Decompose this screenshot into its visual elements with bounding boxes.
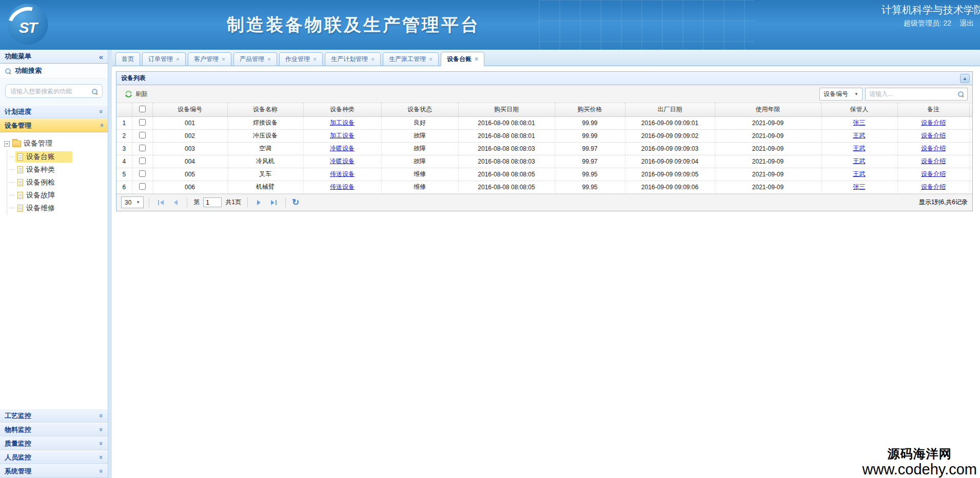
accordion-section[interactable]: 工艺监控» (0, 409, 108, 423)
row-checkbox[interactable] (139, 170, 146, 177)
keeper-link[interactable]: 王武 (853, 145, 866, 152)
tab-close-icon[interactable]: × (475, 55, 478, 63)
remark-link[interactable]: 设备介绍 (921, 119, 946, 126)
next-page-button[interactable] (253, 196, 265, 208)
remark-link[interactable]: 设备介绍 (921, 183, 946, 190)
type-link[interactable]: 冷暖设备 (330, 157, 355, 165)
panel-collapse-button[interactable]: ▲ (960, 74, 970, 83)
row-checkbox[interactable] (139, 157, 146, 164)
search-icon[interactable] (957, 91, 964, 97)
sidebar-collapse-icon[interactable]: « (99, 52, 103, 61)
tab-close-icon[interactable]: × (313, 56, 317, 63)
cell-factory-date: 2016-09-09 09:09:06 (625, 181, 715, 193)
tab-close-icon[interactable]: × (176, 56, 180, 63)
row-checkbox[interactable] (139, 145, 146, 151)
tree-item-label: 设备台账 (26, 152, 55, 162)
accordion-section[interactable]: 质量监控» (0, 436, 108, 450)
search-field-select[interactable]: 设备编号 ▼ (819, 88, 863, 101)
select-all-checkbox[interactable] (139, 106, 146, 112)
row-checkbox[interactable] (139, 132, 146, 138)
tab-item-4[interactable]: 作业管理× (279, 52, 323, 66)
tab-item-2[interactable]: 客户管理× (188, 52, 231, 66)
page-size-select[interactable]: 30 ▼ (121, 196, 144, 208)
sidebar-splitter[interactable] (108, 50, 112, 478)
accordion-section[interactable]: 系统管理» (0, 464, 108, 478)
pager-refresh-button[interactable]: ↻ (292, 197, 299, 208)
tree-connector (9, 208, 14, 208)
tab-close-icon[interactable]: × (371, 56, 375, 63)
table-row[interactable]: 2002冲压设备加工设备故障2016-08-08 08:08:0199.9920… (116, 129, 972, 142)
main-panel: 首页订单管理×客户管理×产品管理×作业管理×生产计划管理×生产派工管理×设备台账… (112, 50, 980, 478)
accordion-section[interactable]: 人员监控» (0, 450, 108, 464)
cell-remark: 设备介绍 (897, 116, 969, 129)
remark-link[interactable]: 设备介绍 (921, 157, 946, 165)
refresh-button[interactable]: 刷新 (121, 88, 151, 101)
table-row[interactable]: 6006机械臂传送设备维修2016-08-08 08:08:0599.95201… (116, 181, 972, 193)
type-link[interactable]: 加工设备 (330, 132, 355, 139)
tab-item-7[interactable]: 设备台账× (441, 52, 484, 66)
page-number-input[interactable] (203, 197, 222, 207)
logout-link[interactable]: 退出 (959, 19, 974, 27)
tree-item-highlight: 设备种类 (15, 164, 57, 175)
type-link[interactable]: 冷暖设备 (330, 145, 355, 152)
type-link[interactable]: 传送设备 (330, 183, 355, 190)
remark-link[interactable]: 设备介绍 (921, 132, 946, 139)
table-row[interactable]: 5005叉车传送设备维修2016-08-08 08:08:0599.952016… (116, 168, 972, 181)
tree-expander-icon[interactable] (4, 141, 10, 147)
double-chevron-down-icon: » (98, 455, 105, 459)
row-number-cell: 2 (116, 129, 132, 142)
function-search-input[interactable] (5, 84, 103, 98)
type-link[interactable]: 加工设备 (330, 119, 355, 126)
table-body: 1001焊接设备加工设备良好2016-08-09 08:08:0199.9920… (116, 116, 972, 193)
file-icon (17, 205, 23, 212)
tab-item-1[interactable]: 订单管理× (142, 52, 186, 66)
cell-factory-date: 2016-09-09 09:09:01 (625, 116, 715, 129)
first-page-button[interactable] (154, 196, 167, 208)
keeper-link[interactable]: 张三 (853, 119, 866, 126)
keeper-link[interactable]: 张三 (853, 183, 866, 190)
type-link[interactable]: 传送设备 (330, 170, 355, 177)
select-all-header (132, 103, 152, 116)
table-row[interactable]: 3003空调冷暖设备故障2016-08-08 08:08:0399.972016… (116, 142, 972, 155)
accordion-section[interactable]: 设备管理» (0, 118, 108, 132)
tab-item-5[interactable]: 生产计划管理× (325, 52, 381, 66)
last-page-button[interactable] (268, 196, 280, 208)
keeper-link[interactable]: 王武 (853, 157, 866, 165)
cell-status: 维修 (381, 181, 458, 193)
search-icon[interactable] (91, 88, 98, 95)
keeper-link[interactable]: 王武 (853, 132, 866, 139)
table-row[interactable]: 1001焊接设备加工设备良好2016-08-09 08:08:0199.9920… (116, 116, 972, 129)
tree-item[interactable]: 设备种类 (9, 163, 108, 176)
tree-root-node[interactable]: 设备管理 (4, 137, 108, 150)
double-chevron-down-icon: » (98, 428, 105, 431)
cell-price: 99.97 (555, 155, 625, 168)
accordion-section[interactable]: 计划进度» (0, 105, 108, 118)
logo-swoosh-icon (7, 4, 48, 45)
column-header: 保管人 (821, 103, 897, 116)
cell-remark: 设备介绍 (897, 168, 969, 181)
tab-item-6[interactable]: 生产派工管理× (383, 52, 439, 66)
prev-page-button[interactable] (169, 196, 182, 208)
grid-search-input[interactable] (865, 88, 968, 101)
tree-item[interactable]: 设备故障 (9, 189, 108, 202)
row-checkbox[interactable] (139, 119, 146, 126)
tab-item-3[interactable]: 产品管理× (233, 52, 277, 66)
table-row[interactable]: 4004冷风机冷暖设备故障2016-08-08 08:08:0399.97201… (116, 155, 972, 168)
tab-label: 客户管理 (194, 55, 219, 64)
tab-item-0[interactable]: 首页 (115, 52, 140, 66)
tab-close-icon[interactable]: × (429, 56, 433, 63)
tab-close-icon[interactable]: × (222, 56, 225, 63)
remark-link[interactable]: 设备介绍 (921, 145, 946, 152)
checkbox-cell (132, 116, 152, 129)
cell-life: 2021-09-09 (715, 168, 821, 181)
tree-item[interactable]: 设备台账 (9, 150, 108, 163)
chevron-up-icon: ▲ (963, 76, 967, 81)
tab-close-icon[interactable]: × (267, 56, 271, 63)
scrollbar-filler (969, 103, 972, 116)
tree-item[interactable]: 设备例检 (9, 176, 108, 189)
accordion-section[interactable]: 物料监控» (0, 423, 108, 436)
tree-item[interactable]: 设备维修 (9, 202, 108, 214)
keeper-link[interactable]: 王武 (853, 170, 866, 177)
remark-link[interactable]: 设备介绍 (921, 170, 946, 177)
row-checkbox[interactable] (139, 183, 146, 190)
